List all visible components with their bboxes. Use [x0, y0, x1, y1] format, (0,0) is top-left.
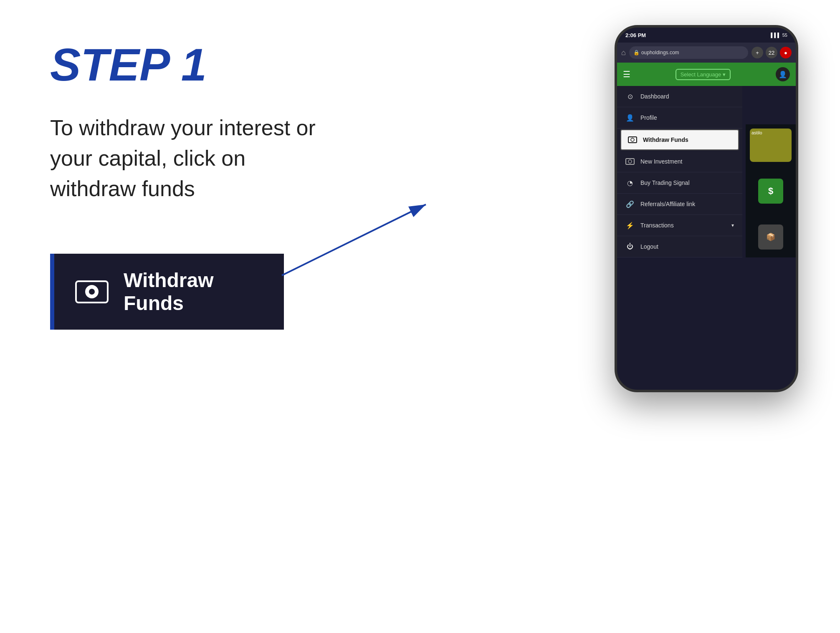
lock-icon: 🔒	[633, 50, 640, 55]
menu-item-logout[interactable]: ⏻ Logout	[617, 236, 742, 257]
phone-container: 2:06 PM ▌▌▌ 55 ⌂ 🔒 oupholdings.com + 22 …	[615, 25, 798, 401]
battery-icon: 55	[782, 33, 787, 38]
transactions-chevron-icon: ▾	[731, 222, 734, 228]
transactions-icon: ⚡	[625, 221, 635, 230]
trading-icon: ◔	[625, 178, 635, 187]
add-tab-button[interactable]: +	[751, 47, 763, 58]
phone-frame: 2:06 PM ▌▌▌ 55 ⌂ 🔒 oupholdings.com + 22 …	[615, 25, 798, 392]
logout-icon: ⏻	[625, 242, 635, 251]
menu-profile-label: Profile	[640, 114, 657, 121]
menu-item-buy-trading-signal[interactable]: ◔ Buy Trading Signal	[617, 172, 742, 194]
investment-icon	[625, 157, 635, 166]
description: To withdraw your interest or your capita…	[50, 113, 334, 204]
svg-rect-2	[628, 137, 637, 143]
menu-item-profile[interactable]: 👤 Profile	[617, 107, 742, 129]
menu-item-referrals[interactable]: 🔗 Referrals/Affiliate link	[617, 194, 742, 215]
signal-icon: ▌▌▌	[771, 33, 780, 38]
tab-count: 22	[769, 50, 774, 56]
bg-text: astilo	[750, 129, 764, 137]
bg-card-dollar: $	[758, 179, 783, 204]
tab-count-button[interactable]: 22	[766, 47, 777, 58]
profile-icon: 👤	[625, 113, 635, 122]
user-avatar[interactable]: 👤	[776, 67, 790, 81]
step-title: STEP 1	[50, 42, 334, 88]
menu-logout-label: Logout	[640, 243, 658, 250]
bg-card-package: 📦	[758, 224, 783, 250]
menu-item-withdraw-funds[interactable]: Withdraw Funds	[620, 129, 739, 150]
language-selector[interactable]: Select Language ▾	[676, 69, 731, 80]
browser-bar: ⌂ 🔒 oupholdings.com + 22 ●	[617, 43, 796, 63]
url-text: oupholdings.com	[641, 50, 679, 55]
referral-icon: 🔗	[625, 199, 635, 209]
svg-rect-4	[626, 159, 634, 164]
menu-new-investment-label: New Investment	[640, 158, 682, 165]
menu-referrals-label: Referrals/Affiliate link	[640, 201, 695, 207]
left-content: STEP 1 To withdraw your interest or your…	[50, 42, 334, 330]
dropdown-arrow-icon: ▾	[723, 71, 726, 78]
menu-dots-button[interactable]: ●	[780, 47, 792, 58]
phone-time: 2:06 PM	[625, 32, 646, 38]
hamburger-icon[interactable]: ☰	[623, 69, 630, 79]
menu-item-transactions[interactable]: ⚡ Transactions ▾	[617, 215, 742, 236]
menu-item-dashboard[interactable]: ⊙ Dashboard	[617, 86, 742, 107]
phone-icons: ▌▌▌ 55	[771, 33, 787, 38]
select-language-label: Select Language	[681, 71, 721, 78]
withdraw-button-label: Withdraw Funds	[124, 269, 263, 315]
menu-transactions-label: Transactions	[640, 222, 674, 229]
app-header: ☰ Select Language ▾ 👤	[617, 63, 796, 86]
withdraw-funds-display-button[interactable]: Withdraw Funds	[50, 254, 284, 330]
withdraw-icon	[628, 135, 637, 144]
side-menu: ⊙ Dashboard 👤 Profile Wit	[617, 86, 742, 257]
menu-dashboard-label: Dashboard	[640, 93, 669, 100]
menu-trading-label: Buy Trading Signal	[640, 179, 690, 186]
bg-card-yellow: astilo	[750, 129, 792, 162]
home-icon[interactable]: ⌂	[621, 48, 626, 57]
browser-actions: + 22 ●	[751, 47, 792, 58]
status-bar: 2:06 PM ▌▌▌ 55	[617, 28, 796, 43]
bg-content: astilo $ 📦 ▲	[746, 124, 796, 257]
svg-point-3	[631, 138, 634, 141]
url-bar[interactable]: 🔒 oupholdings.com	[629, 46, 748, 59]
menu-withdraw-label: Withdraw Funds	[643, 136, 688, 143]
menu-area: astilo $ 📦 ▲ ⊙ Dashboard 👤 Profile	[617, 86, 796, 257]
svg-point-5	[628, 160, 632, 163]
withdraw-icon-large	[75, 280, 109, 303]
menu-item-new-investment[interactable]: New Investment	[617, 151, 742, 172]
dashboard-icon: ⊙	[625, 92, 635, 101]
